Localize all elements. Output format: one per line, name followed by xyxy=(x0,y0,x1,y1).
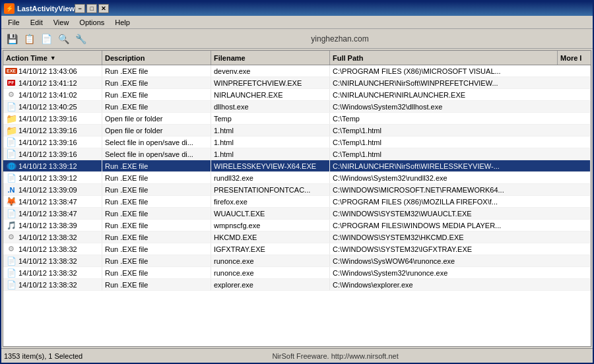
row-icon: 📁 xyxy=(6,113,16,124)
cell-file: HKCMD.EXE xyxy=(211,231,330,243)
cell-time: ⚙ 14/10/12 13:38:32 xyxy=(3,243,102,255)
cell-file: rundll32.exe xyxy=(211,172,330,183)
cell-path: C:\PROGRAM FILES (X86)\MOZILLA FIREFOX\f… xyxy=(330,196,591,207)
table-row[interactable]: 📄 14/10/12 13:39:12 Run .EXE file rundll… xyxy=(3,172,591,184)
row-icon: 📄 xyxy=(6,173,16,183)
cell-path: C:\Temp\1.html xyxy=(330,136,591,148)
cell-file: WINPREFETCHVIEW.EXE xyxy=(211,77,330,88)
table-row[interactable]: EXE 14/10/12 13:43:06 Run .EXE file deve… xyxy=(3,65,591,77)
table-row[interactable]: 📁 14/10/12 13:39:16 Open file or folder … xyxy=(3,125,591,136)
cell-path: C:\PROGRAM FILES\WINDOWS MEDIA PLAYER... xyxy=(330,220,591,231)
cell-desc: Run .EXE file xyxy=(102,231,211,243)
cell-path: C:\NIRLAUNCHER\NirSoft\WIRELESSKEYVIEW-.… xyxy=(330,160,591,171)
cell-path: C:\WINDOWS\SYSTEM32\WUAUCLT.EXE xyxy=(330,208,591,219)
cell-file: runonce.exe xyxy=(211,255,330,266)
row-icon: 🌐 xyxy=(6,161,16,171)
table-row[interactable]: 🦊 14/10/12 13:38:47 Run .EXE file firefo… xyxy=(3,196,591,208)
row-icon: 📁 xyxy=(6,125,16,136)
cell-desc: Run .EXE file xyxy=(102,243,211,255)
minimize-button[interactable]: − xyxy=(75,4,85,13)
cell-time: 📄 14/10/12 13:38:32 xyxy=(3,279,102,290)
cell-file: explorer.exe xyxy=(211,279,330,290)
toolbar-search[interactable]: 🔍 xyxy=(55,31,71,47)
table-row[interactable]: PF 14/10/12 13:41:12 Run .EXE file WINPR… xyxy=(3,77,591,89)
cell-file: 1.html xyxy=(211,148,330,160)
menu-view[interactable]: View xyxy=(48,17,75,28)
cell-time: 📄 14/10/12 13:39:12 xyxy=(3,172,102,183)
table-row[interactable]: 📄 14/10/12 13:39:16 Select file in open/… xyxy=(3,136,591,148)
cell-desc: Run .EXE file xyxy=(102,208,211,219)
address-bar: yinghezhan.com xyxy=(90,34,590,44)
close-button[interactable]: ✕ xyxy=(98,4,109,13)
title-bar-buttons: − □ ✕ xyxy=(75,4,109,13)
row-icon: EXE xyxy=(6,66,16,76)
cell-file: wmpnscfg.exe xyxy=(211,220,330,231)
cell-desc: Run .EXE file xyxy=(102,279,211,290)
table-row[interactable]: ⚙ 14/10/12 13:38:32 Run .EXE file HKCMD.… xyxy=(3,231,591,243)
table-row[interactable]: 📄 14/10/12 13:38:32 Run .EXE file runonc… xyxy=(3,255,591,267)
menu-edit[interactable]: Edit xyxy=(25,17,48,28)
cell-time: ⚙ 14/10/12 13:41:02 xyxy=(3,89,102,100)
cell-file: 1.html xyxy=(211,136,330,148)
status-count: 1353 item(s), 1 Selected xyxy=(4,352,82,360)
table-row[interactable]: 📄 14/10/12 13:38:32 Run .EXE file runonc… xyxy=(3,267,591,279)
row-icon: 📄 xyxy=(6,280,16,290)
cell-time: .N 14/10/12 13:39:09 xyxy=(3,184,102,195)
table-row[interactable]: .N 14/10/12 13:39:09 Run .EXE file PRESE… xyxy=(3,184,591,196)
table-row[interactable]: 📄 14/10/12 13:40:25 Run .EXE file dllhos… xyxy=(3,101,591,113)
app-window: ⚡ LastActivityView − □ ✕ File Edit View … xyxy=(0,0,594,364)
table-row[interactable]: 📄 14/10/12 13:38:32 Run .EXE file explor… xyxy=(3,279,591,291)
cell-time: 📄 14/10/12 13:38:32 xyxy=(3,255,102,266)
title-bar: ⚡ LastActivityView − □ ✕ xyxy=(1,1,593,16)
col-header-description[interactable]: Description xyxy=(102,51,211,65)
toolbar-save[interactable]: 💾 xyxy=(4,31,20,47)
table-header: Action Time ▼ Description Filename Full … xyxy=(3,51,591,65)
row-icon: 📄 xyxy=(6,149,16,160)
sort-arrow: ▼ xyxy=(50,55,56,61)
status-bar: 1353 item(s), 1 Selected NirSoft Freewar… xyxy=(1,348,593,363)
cell-desc: Run .EXE file xyxy=(102,77,211,88)
row-icon: 📄 xyxy=(6,208,16,219)
row-icon: 🦊 xyxy=(6,197,16,207)
menu-options[interactable]: Options xyxy=(74,17,110,28)
cell-desc: Run .EXE file xyxy=(102,196,211,207)
cell-path: C:\PROGRAM FILES (X86)\MICROSOFT VISUAL.… xyxy=(330,65,591,76)
table-row[interactable]: 🌐 14/10/12 13:39:12 Run .EXE file WIRELE… xyxy=(3,160,591,172)
cell-time: 📄 14/10/12 13:40:25 xyxy=(3,101,102,112)
table-row[interactable]: ⚙ 14/10/12 13:41:02 Run .EXE file NIRLAU… xyxy=(3,89,591,101)
col-header-fullpath[interactable]: Full Path xyxy=(330,51,558,65)
col-header-filename[interactable]: Filename xyxy=(211,51,330,65)
cell-path: C:\WINDOWS\MICROSOFT.NET\FRAMEWORK64... xyxy=(330,184,591,195)
table-row[interactable]: 📄 14/10/12 13:39:16 Select file in open/… xyxy=(3,148,591,160)
cell-file: 1.html xyxy=(211,125,330,136)
table-row[interactable]: ⚙ 14/10/12 13:38:32 Run .EXE file IGFXTR… xyxy=(3,243,591,255)
table-row[interactable]: 📄 14/10/12 13:38:47 Run .EXE file WUAUCL… xyxy=(3,208,591,220)
cell-path: C:\NIRLAUNCHER\NirSoft\WINPREFETCHVIEW..… xyxy=(330,77,591,88)
maximize-button[interactable]: □ xyxy=(86,4,97,13)
cell-time: 📄 14/10/12 13:39:16 xyxy=(3,148,102,160)
row-icon: .N xyxy=(6,185,16,195)
cell-path: C:\Windows\System32\dllhost.exe xyxy=(330,101,591,112)
table-row[interactable]: 📁 14/10/12 13:39:16 Open file or folder … xyxy=(3,113,591,125)
row-icon: PF xyxy=(6,78,16,88)
row-icon: 📄 xyxy=(6,256,16,266)
row-icon: 📄 xyxy=(6,137,16,148)
cell-path: C:\Windows\System32\runonce.exe xyxy=(330,267,591,278)
cell-desc: Select file in open/save di... xyxy=(102,136,211,148)
app-icon: ⚡ xyxy=(4,3,15,14)
cell-file: Temp xyxy=(211,113,330,124)
row-icon: ⚙ xyxy=(6,244,16,255)
cell-path: C:\WINDOWS\SYSTEM32\IGFXTRAY.EXE xyxy=(330,243,591,255)
toolbar-new[interactable]: 📄 xyxy=(38,31,54,47)
cell-path: C:\Windows\explorer.exe xyxy=(330,279,591,290)
cell-desc: Select file in open/save di... xyxy=(102,148,211,160)
toolbar-copy[interactable]: 📋 xyxy=(21,31,37,47)
col-header-action-time[interactable]: Action Time ▼ xyxy=(3,51,102,65)
col-header-more[interactable]: More I xyxy=(558,51,591,65)
cell-time: 📄 14/10/12 13:38:47 xyxy=(3,208,102,219)
toolbar-settings[interactable]: 🔧 xyxy=(73,31,88,47)
menu-file[interactable]: File xyxy=(3,17,25,28)
table-row[interactable]: 🎵 14/10/12 13:38:39 Run .EXE file wmpnsc… xyxy=(3,220,591,231)
cell-file: NIRLAUNCHER.EXE xyxy=(211,89,330,100)
menu-help[interactable]: Help xyxy=(110,17,135,28)
